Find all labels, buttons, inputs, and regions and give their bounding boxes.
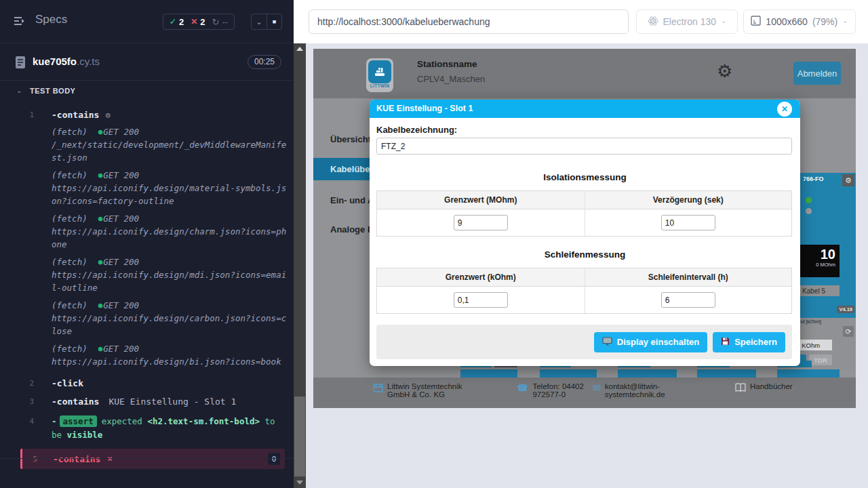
test-body-toggle[interactable]: ⌄ TEST BODY xyxy=(0,83,294,102)
grenzwert-kohm-input[interactable] xyxy=(454,292,508,308)
refresh-icon[interactable]: ⟳ xyxy=(843,326,854,337)
app-footer: Littwin Systemtechnik GmbH & Co. KG ☎ Te… xyxy=(313,378,856,408)
floppy-disk-icon xyxy=(721,337,730,348)
chevron-down-icon: ⌄ xyxy=(16,87,22,94)
command-log: 1 -contains ⚙ (fetch)●GET 200 /_next/sta… xyxy=(0,102,294,469)
kohm-value: 22 KOhm xyxy=(800,340,832,350)
station-label: Stationsname xyxy=(417,59,485,69)
verzoegerung-input[interactable] xyxy=(661,215,715,230)
station-name: CPLV4_Maschen xyxy=(417,74,485,84)
stop-run-button[interactable]: ■ xyxy=(267,14,281,29)
runner-toolbar: Electron 130 ⌄ 1000x660 (79%) ⌄ xyxy=(294,0,868,43)
logo-icon xyxy=(368,60,391,83)
fetch-log[interactable]: (fetch)●GET 200 https://api.iconify.desi… xyxy=(52,214,285,251)
save-button[interactable]: Speichern xyxy=(713,332,785,352)
column-header: Grenzwert (MOhm) xyxy=(377,191,585,209)
collapse-button[interactable]: ⌄ xyxy=(252,14,267,29)
viewport-zoom: (79%) xyxy=(812,16,837,27)
fail-x-icon: × xyxy=(107,454,112,464)
app-header: LITTWIN Stationsname CPLV4_Maschen ⚙ Abm… xyxy=(313,49,856,98)
spec-file-row[interactable]: kue705fo.cy.ts 00:25 xyxy=(0,43,294,81)
isolation-table: Grenzwert (MOhm) Verzögerung (sek) xyxy=(376,190,792,237)
factory-icon xyxy=(373,383,383,394)
stat-failed: ✕ 2 xyxy=(191,17,205,27)
assert-row[interactable]: 4 -assertexpected <h2.text-sm.font-bold>… xyxy=(20,415,285,442)
column-header: Schleifenintervall (h) xyxy=(585,268,792,286)
command-row[interactable]: 3 -contains KUE Einstellung - Slot 1 xyxy=(20,392,285,411)
led-gray xyxy=(806,208,812,214)
gear-icon[interactable]: ⚙ xyxy=(842,174,854,186)
success-dot-icon: ● xyxy=(98,301,103,310)
reporter-header: Specs ✓ 2 ✕ 2 ↻ -- ⌄ ■ xyxy=(0,0,294,43)
scroll-down-button[interactable] xyxy=(294,477,306,488)
spec-file-name: kue705fo.cy.ts xyxy=(33,56,100,67)
cross-icon: ✕ xyxy=(191,17,197,26)
app-preview: LITTWIN Stationsname CPLV4_Maschen ⚙ Abm… xyxy=(313,49,856,408)
spec-file-icon xyxy=(15,56,26,72)
retry-count-badge: 0 xyxy=(268,453,280,465)
chevron-down-icon: ⌄ xyxy=(256,18,262,26)
scroll-up-button[interactable] xyxy=(294,43,306,54)
failed-command-row[interactable]: 5 -contains × 0 xyxy=(20,449,285,469)
modal-title: KUE Einstellung - Slot 1 xyxy=(376,100,473,118)
slot-card-title: 766-FO xyxy=(803,176,824,182)
book-icon xyxy=(735,383,746,393)
success-dot-icon: ● xyxy=(98,344,103,353)
close-icon[interactable]: ✕ xyxy=(777,102,792,117)
column-header: Grenzwert (kOhm) xyxy=(377,268,585,286)
isolation-heading: Isolationsmessung xyxy=(370,172,800,182)
screen: Specs ✓ 2 ✕ 2 ↻ -- ⌄ ■ xyxy=(0,0,868,488)
electron-icon xyxy=(648,16,658,28)
restart-icon: ↻ xyxy=(212,17,220,27)
stat-pending: ↻ -- xyxy=(212,17,229,27)
station-info: Stationsname CPLV4_Maschen xyxy=(417,59,485,84)
footer-email[interactable]: ✉ kontakt@littwin-systemtechnik.de xyxy=(593,382,667,399)
reporter-divider xyxy=(0,458,294,459)
company-logo: LITTWIN xyxy=(366,58,393,92)
schleifenintervall-input[interactable] xyxy=(661,292,715,308)
assert-badge: assert xyxy=(60,415,97,427)
url-input[interactable] xyxy=(309,9,629,34)
mail-icon: ✉ xyxy=(593,383,601,392)
viewport-icon xyxy=(751,16,761,28)
command-row[interactable]: 1 -contains ⚙ xyxy=(20,106,285,124)
browser-select[interactable]: Electron 130 ⌄ xyxy=(636,9,738,34)
firmware-version: V4.19 xyxy=(837,306,854,313)
monitor-icon xyxy=(602,337,612,348)
fetch-log[interactable]: (fetch)●GET 200 /_next/static/developmen… xyxy=(52,127,285,164)
specs-menu-icon[interactable] xyxy=(14,16,27,29)
grenzwert-mohm-input[interactable] xyxy=(454,215,508,230)
logo-text: LITTWIN xyxy=(366,83,393,88)
fetch-log[interactable]: (fetch)●GET 200 https://api.iconify.desi… xyxy=(52,300,285,338)
chevron-down-icon: ⌄ xyxy=(721,17,726,24)
fetch-log[interactable]: (fetch)●GET 200 https://api.iconify.desi… xyxy=(52,344,285,368)
run-controls: ⌄ ■ xyxy=(251,14,282,30)
kabel-label: Kabel 5 xyxy=(800,285,840,296)
stop-icon: ■ xyxy=(273,18,276,25)
check-icon: ✓ xyxy=(170,17,176,26)
fetch-log[interactable]: (fetch)●GET 200 https://api.iconify.desi… xyxy=(52,170,285,207)
success-dot-icon: ● xyxy=(98,171,103,180)
status-leds xyxy=(806,197,812,219)
settings-gear-icon[interactable]: ⚙ xyxy=(717,62,732,80)
display-on-button[interactable]: Display einschalten xyxy=(594,332,707,352)
fetch-log[interactable]: (fetch)●GET 200 https://api.iconify.desi… xyxy=(52,257,285,294)
measurement-display: 10 0 MOhm xyxy=(800,245,840,277)
command-row[interactable]: 2 -click xyxy=(20,374,285,392)
footer-manuals[interactable]: Handbücher xyxy=(735,382,793,393)
column-header: Verzögerung (sek) xyxy=(585,191,792,209)
scrollbar-thumb[interactable] xyxy=(294,396,305,476)
cypress-reporter: Specs ✓ 2 ✕ 2 ↻ -- ⌄ ■ xyxy=(0,0,294,488)
footer-company: Littwin Systemtechnik GmbH & Co. KG xyxy=(373,382,481,399)
schleifen-heading: Schleifenmessung xyxy=(370,249,800,260)
vertical-scrollbar xyxy=(294,43,306,488)
success-dot-icon: ● xyxy=(98,127,103,136)
viewport-size: 1000x660 xyxy=(766,16,808,27)
gear-icon: ⚙ xyxy=(105,110,110,120)
cable-name-input[interactable] xyxy=(376,138,792,155)
logout-button[interactable]: Abmelden xyxy=(793,62,841,85)
specs-label[interactable]: Specs xyxy=(35,13,67,26)
modal-header: KUE Einstellung - Slot 1 ✕ xyxy=(370,100,800,118)
viewport-select[interactable]: 1000x660 (79%) ⌄ xyxy=(743,9,856,34)
schleifen-table: Grenzwert (kOhm) Schleifenintervall (h) xyxy=(376,268,792,314)
